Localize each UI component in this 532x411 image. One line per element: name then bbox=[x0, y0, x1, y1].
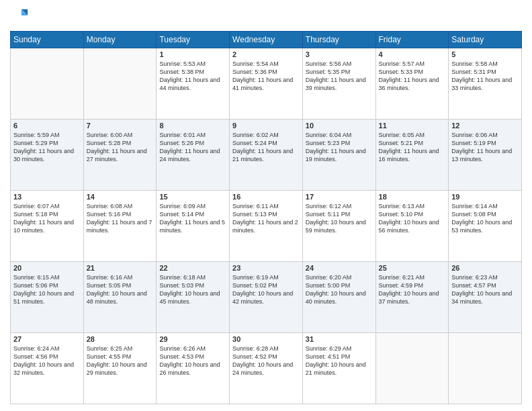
calendar-cell: 11Sunrise: 6:05 AM Sunset: 5:21 PM Dayli… bbox=[375, 120, 449, 191]
cell-text: Sunrise: 5:56 AM Sunset: 5:35 PM Dayligh… bbox=[306, 60, 373, 93]
cell-text: Sunrise: 5:53 AM Sunset: 5:38 PM Dayligh… bbox=[159, 60, 226, 93]
cell-text: Sunrise: 6:23 AM Sunset: 4:57 PM Dayligh… bbox=[451, 273, 519, 306]
cell-text: Sunrise: 6:28 AM Sunset: 4:52 PM Dayligh… bbox=[232, 345, 300, 377]
day-number: 19 bbox=[451, 193, 519, 201]
cell-text: Sunrise: 6:11 AM Sunset: 5:13 PM Dayligh… bbox=[232, 202, 300, 235]
calendar-cell: 28Sunrise: 6:25 AM Sunset: 4:55 PM Dayli… bbox=[83, 333, 157, 404]
calendar-cell: 24Sunrise: 6:20 AM Sunset: 5:00 PM Dayli… bbox=[302, 262, 375, 333]
column-header-wednesday: Wednesday bbox=[230, 32, 303, 48]
calendar-cell: 29Sunrise: 6:26 AM Sunset: 4:53 PM Dayli… bbox=[157, 333, 230, 404]
day-number: 13 bbox=[13, 193, 81, 201]
day-number: 17 bbox=[306, 193, 373, 201]
logo bbox=[10, 7, 32, 26]
day-number: 20 bbox=[13, 264, 81, 272]
day-number: 12 bbox=[451, 122, 519, 130]
cell-text: Sunrise: 6:25 AM Sunset: 4:55 PM Dayligh… bbox=[87, 345, 154, 377]
cell-text: Sunrise: 6:20 AM Sunset: 5:00 PM Dayligh… bbox=[306, 273, 373, 306]
column-header-saturday: Saturday bbox=[449, 32, 522, 48]
calendar: SundayMondayTuesdayWednesdayThursdayFrid… bbox=[10, 31, 522, 404]
calendar-cell bbox=[375, 333, 449, 404]
cell-text: Sunrise: 6:18 AM Sunset: 5:03 PM Dayligh… bbox=[159, 273, 226, 306]
calendar-cell: 5Sunrise: 5:58 AM Sunset: 5:31 PM Daylig… bbox=[449, 48, 522, 120]
calendar-cell: 25Sunrise: 6:21 AM Sunset: 4:59 PM Dayli… bbox=[375, 262, 449, 333]
cell-text: Sunrise: 5:58 AM Sunset: 5:31 PM Dayligh… bbox=[451, 60, 519, 93]
cell-text: Sunrise: 5:57 AM Sunset: 5:33 PM Dayligh… bbox=[379, 60, 446, 93]
calendar-cell: 19Sunrise: 6:14 AM Sunset: 5:08 PM Dayli… bbox=[449, 191, 522, 262]
cell-text: Sunrise: 6:00 AM Sunset: 5:28 PM Dayligh… bbox=[87, 131, 154, 164]
cell-text: Sunrise: 6:14 AM Sunset: 5:08 PM Dayligh… bbox=[451, 202, 519, 235]
column-header-monday: Monday bbox=[83, 32, 157, 48]
calendar-cell: 21Sunrise: 6:16 AM Sunset: 5:05 PM Dayli… bbox=[83, 262, 157, 333]
cell-text: Sunrise: 6:24 AM Sunset: 4:56 PM Dayligh… bbox=[13, 345, 81, 377]
day-number: 14 bbox=[87, 193, 154, 201]
calendar-cell bbox=[449, 333, 522, 404]
cell-text: Sunrise: 6:05 AM Sunset: 5:21 PM Dayligh… bbox=[379, 131, 446, 164]
calendar-cell: 12Sunrise: 6:06 AM Sunset: 5:19 PM Dayli… bbox=[449, 120, 522, 191]
calendar-cell: 8Sunrise: 6:01 AM Sunset: 5:26 PM Daylig… bbox=[157, 120, 230, 191]
calendar-cell: 6Sunrise: 5:59 AM Sunset: 5:29 PM Daylig… bbox=[11, 120, 84, 191]
day-number: 26 bbox=[451, 264, 519, 272]
cell-text: Sunrise: 6:07 AM Sunset: 5:18 PM Dayligh… bbox=[13, 202, 81, 235]
day-number: 6 bbox=[13, 122, 81, 130]
day-number: 10 bbox=[306, 122, 373, 130]
calendar-cell: 31Sunrise: 6:29 AM Sunset: 4:51 PM Dayli… bbox=[302, 333, 375, 404]
calendar-cell: 26Sunrise: 6:23 AM Sunset: 4:57 PM Dayli… bbox=[449, 262, 522, 333]
column-header-friday: Friday bbox=[375, 32, 449, 48]
page: SundayMondayTuesdayWednesdayThursdayFrid… bbox=[0, 0, 532, 411]
day-number: 31 bbox=[306, 335, 373, 343]
day-number: 18 bbox=[379, 193, 446, 201]
cell-text: Sunrise: 6:21 AM Sunset: 4:59 PM Dayligh… bbox=[379, 273, 446, 306]
day-number: 3 bbox=[306, 50, 373, 58]
calendar-cell: 3Sunrise: 5:56 AM Sunset: 5:35 PM Daylig… bbox=[302, 48, 375, 120]
cell-text: Sunrise: 6:12 AM Sunset: 5:11 PM Dayligh… bbox=[306, 202, 373, 235]
day-number: 11 bbox=[379, 122, 446, 130]
day-number: 9 bbox=[232, 122, 300, 130]
cell-text: Sunrise: 6:04 AM Sunset: 5:23 PM Dayligh… bbox=[306, 131, 373, 164]
day-number: 2 bbox=[232, 50, 300, 58]
cell-text: Sunrise: 5:59 AM Sunset: 5:29 PM Dayligh… bbox=[13, 131, 81, 164]
cell-text: Sunrise: 6:16 AM Sunset: 5:05 PM Dayligh… bbox=[87, 273, 154, 306]
calendar-cell: 20Sunrise: 6:15 AM Sunset: 5:06 PM Dayli… bbox=[11, 262, 84, 333]
calendar-cell bbox=[83, 48, 157, 120]
cell-text: Sunrise: 6:26 AM Sunset: 4:53 PM Dayligh… bbox=[159, 345, 226, 377]
calendar-cell: 9Sunrise: 6:02 AM Sunset: 5:24 PM Daylig… bbox=[230, 120, 303, 191]
calendar-cell: 18Sunrise: 6:13 AM Sunset: 5:10 PM Dayli… bbox=[375, 191, 449, 262]
calendar-cell: 30Sunrise: 6:28 AM Sunset: 4:52 PM Dayli… bbox=[230, 333, 303, 404]
day-number: 23 bbox=[232, 264, 300, 272]
day-number: 8 bbox=[159, 122, 226, 130]
cell-text: Sunrise: 6:06 AM Sunset: 5:19 PM Dayligh… bbox=[451, 131, 519, 164]
calendar-header-row: SundayMondayTuesdayWednesdayThursdayFrid… bbox=[11, 32, 522, 48]
calendar-cell: 14Sunrise: 6:08 AM Sunset: 5:16 PM Dayli… bbox=[83, 191, 157, 262]
calendar-cell: 2Sunrise: 5:54 AM Sunset: 5:36 PM Daylig… bbox=[230, 48, 303, 120]
day-number: 5 bbox=[451, 50, 519, 58]
calendar-cell bbox=[11, 48, 84, 120]
day-number: 27 bbox=[13, 335, 81, 343]
day-number: 15 bbox=[159, 193, 226, 201]
day-number: 22 bbox=[159, 264, 226, 272]
day-number: 29 bbox=[159, 335, 226, 343]
cell-text: Sunrise: 6:01 AM Sunset: 5:26 PM Dayligh… bbox=[159, 131, 226, 164]
cell-text: Sunrise: 6:13 AM Sunset: 5:10 PM Dayligh… bbox=[379, 202, 446, 235]
day-number: 1 bbox=[159, 50, 226, 58]
calendar-week-row: 13Sunrise: 6:07 AM Sunset: 5:18 PM Dayli… bbox=[11, 191, 522, 262]
day-number: 30 bbox=[232, 335, 300, 343]
calendar-cell: 10Sunrise: 6:04 AM Sunset: 5:23 PM Dayli… bbox=[302, 120, 375, 191]
calendar-cell: 15Sunrise: 6:09 AM Sunset: 5:14 PM Dayli… bbox=[157, 191, 230, 262]
day-number: 4 bbox=[379, 50, 446, 58]
cell-text: Sunrise: 6:09 AM Sunset: 5:14 PM Dayligh… bbox=[159, 202, 226, 235]
day-number: 7 bbox=[87, 122, 154, 130]
day-number: 16 bbox=[232, 193, 300, 201]
column-header-sunday: Sunday bbox=[11, 32, 84, 48]
calendar-cell: 16Sunrise: 6:11 AM Sunset: 5:13 PM Dayli… bbox=[230, 191, 303, 262]
calendar-cell: 23Sunrise: 6:19 AM Sunset: 5:02 PM Dayli… bbox=[230, 262, 303, 333]
day-number: 28 bbox=[87, 335, 154, 343]
day-number: 25 bbox=[379, 264, 446, 272]
column-header-thursday: Thursday bbox=[302, 32, 375, 48]
logo-icon bbox=[10, 7, 29, 26]
calendar-cell: 4Sunrise: 5:57 AM Sunset: 5:33 PM Daylig… bbox=[375, 48, 449, 120]
calendar-week-row: 20Sunrise: 6:15 AM Sunset: 5:06 PM Dayli… bbox=[11, 262, 522, 333]
cell-text: Sunrise: 5:54 AM Sunset: 5:36 PM Dayligh… bbox=[232, 60, 300, 93]
day-number: 21 bbox=[87, 264, 154, 272]
cell-text: Sunrise: 6:02 AM Sunset: 5:24 PM Dayligh… bbox=[232, 131, 300, 164]
calendar-cell: 1Sunrise: 5:53 AM Sunset: 5:38 PM Daylig… bbox=[157, 48, 230, 120]
